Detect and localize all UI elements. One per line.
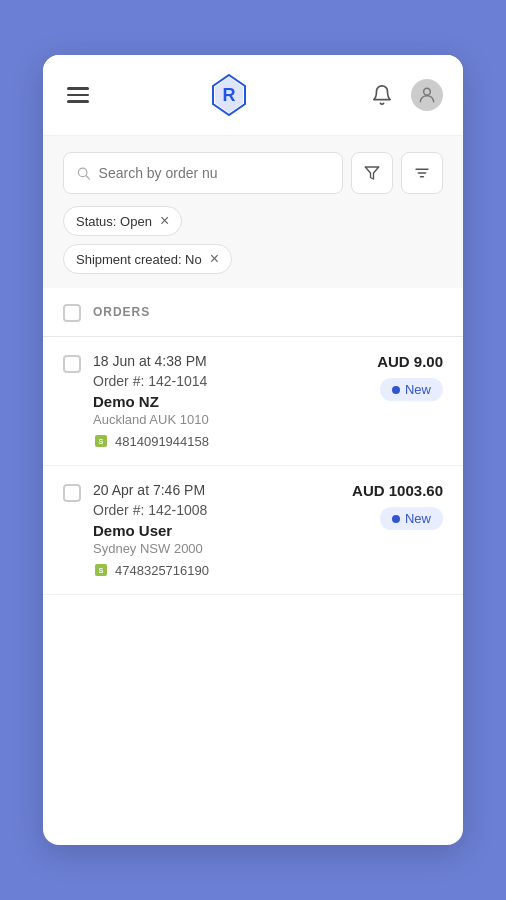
order-2-number: Order #: 142-1008 [93, 502, 352, 518]
sort-button[interactable] [401, 152, 443, 194]
svg-text:S: S [99, 566, 104, 575]
search-section: Status: Open × Shipment created: No × [43, 136, 463, 288]
sort-icon [413, 164, 431, 182]
orders-header-label: ORDERS [93, 305, 150, 319]
order-1-status-badge: New [380, 378, 443, 401]
order-1-amount: AUD 9.00 [377, 353, 443, 370]
order-1-right: AUD 9.00 New [377, 353, 443, 401]
filter-button[interactable] [351, 152, 393, 194]
chip-shipment-close[interactable]: × [210, 251, 219, 267]
badge-dot [392, 515, 400, 523]
header: R [43, 55, 463, 136]
search-input[interactable] [99, 155, 330, 191]
order-1-shopify-id: 4814091944158 [115, 434, 209, 449]
svg-text:S: S [99, 437, 104, 446]
order-1-status-label: New [405, 382, 431, 397]
order-1-address: Auckland AUK 1010 [93, 412, 377, 427]
order-2-address: Sydney NSW 2000 [93, 541, 352, 556]
badge-dot [392, 386, 400, 394]
notification-icon[interactable] [365, 78, 399, 112]
chip-status-close[interactable]: × [160, 213, 169, 229]
svg-marker-4 [365, 167, 379, 179]
order-2-shopify: S 4748325716190 [93, 562, 352, 578]
user-avatar[interactable] [411, 79, 443, 111]
chip-status-label: Status: Open [76, 214, 152, 229]
order-row[interactable]: 18 Jun at 4:38 PM Order #: 142-1014 Demo… [43, 337, 463, 466]
search-input-wrap [63, 152, 343, 194]
order-top-1: 18 Jun at 4:38 PM Order #: 142-1014 Demo… [63, 353, 443, 449]
order-1-date: 18 Jun at 4:38 PM [93, 353, 377, 369]
header-actions [365, 78, 443, 112]
main-card: R [43, 55, 463, 845]
order-2-status-badge: New [380, 507, 443, 530]
order-row[interactable]: 20 Apr at 7:46 PM Order #: 142-1008 Demo… [43, 466, 463, 595]
chip-shipment[interactable]: Shipment created: No × [63, 244, 232, 274]
svg-text:R: R [223, 85, 236, 105]
shopify-icon: S [93, 562, 109, 578]
orders-section: ORDERS 18 Jun at 4:38 PM Order #: 142-10… [43, 288, 463, 595]
filter-icon [363, 164, 381, 182]
chip-status[interactable]: Status: Open × [63, 206, 182, 236]
order-1-shopify: S 4814091944158 [93, 433, 377, 449]
select-all-checkbox[interactable] [63, 304, 81, 322]
app-logo: R [207, 73, 251, 117]
order-2-date: 20 Apr at 7:46 PM [93, 482, 352, 498]
filter-chips: Status: Open × Shipment created: No × [63, 206, 443, 288]
order-2-details: 20 Apr at 7:46 PM Order #: 142-1008 Demo… [93, 482, 352, 578]
order-2-shopify-id: 4748325716190 [115, 563, 209, 578]
order-2-customer: Demo User [93, 522, 352, 539]
logo-container: R [93, 73, 365, 117]
chip-shipment-label: Shipment created: No [76, 252, 202, 267]
search-row [63, 152, 443, 194]
order-1-details: 18 Jun at 4:38 PM Order #: 142-1014 Demo… [93, 353, 377, 449]
shopify-icon: S [93, 433, 109, 449]
orders-list-header: ORDERS [43, 288, 463, 337]
search-icon [76, 165, 91, 181]
svg-line-3 [86, 176, 89, 179]
order-1-number: Order #: 142-1014 [93, 373, 377, 389]
order-top-2: 20 Apr at 7:46 PM Order #: 142-1008 Demo… [63, 482, 443, 578]
order-1-customer: Demo NZ [93, 393, 377, 410]
order-2-status-label: New [405, 511, 431, 526]
hamburger-menu[interactable] [63, 83, 93, 107]
order-2-right: AUD 1003.60 New [352, 482, 443, 530]
order-2-checkbox[interactable] [63, 484, 81, 502]
order-1-checkbox[interactable] [63, 355, 81, 373]
order-left-2: 20 Apr at 7:46 PM Order #: 142-1008 Demo… [63, 482, 352, 578]
svg-point-1 [424, 88, 431, 95]
orders-wrapper: ORDERS 18 Jun at 4:38 PM Order #: 142-10… [43, 288, 463, 595]
order-left-1: 18 Jun at 4:38 PM Order #: 142-1014 Demo… [63, 353, 377, 449]
order-2-amount: AUD 1003.60 [352, 482, 443, 499]
